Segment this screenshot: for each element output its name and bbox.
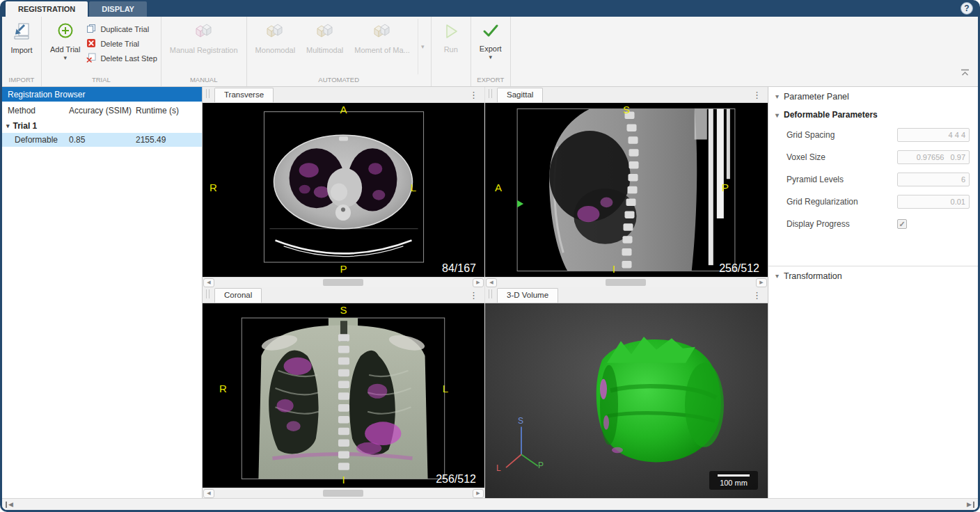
section-label-automated: AUTOMATED <box>251 74 427 86</box>
run-icon <box>443 22 459 43</box>
scroll-start-icon: ◀ <box>8 502 13 508</box>
voxel-size-input[interactable] <box>897 150 970 164</box>
axis-label-posterior: P <box>538 461 544 470</box>
help-button[interactable]: ? <box>961 2 973 15</box>
panel-drag-handle-icon[interactable] <box>206 289 210 298</box>
display-progress-checkbox[interactable]: ✓ <box>897 219 907 229</box>
manual-registration-button[interactable]: Manual Registration <box>165 19 243 56</box>
multimodal-button[interactable]: Multimodal <box>301 19 348 56</box>
monomodal-button[interactable]: Monomodal <box>251 19 300 56</box>
scroll-left-icon[interactable]: ◀ <box>203 489 214 498</box>
add-trial-dropdown-icon[interactable]: ▾ <box>63 56 67 61</box>
run-button[interactable]: Run <box>435 19 467 55</box>
orientation-label-posterior: P <box>340 263 347 275</box>
coronal-menu-icon[interactable]: ⋮ <box>469 291 478 300</box>
transverse-slice-scrollbar[interactable]: ◀ ▶ <box>203 277 484 287</box>
scrollbar-track[interactable] <box>215 278 472 287</box>
coronal-slice-scrollbar[interactable]: ◀ ▶ <box>203 488 484 498</box>
transverse-canvas[interactable]: A R L P 84/167 <box>203 103 484 277</box>
section-label-import: IMPORT <box>6 74 38 86</box>
column-runtime: Runtime (s) <box>136 106 202 115</box>
delete-trial-button[interactable]: Delete Trial <box>86 38 157 49</box>
axis-label-left: L <box>496 463 501 473</box>
scroll-left-icon[interactable]: ◀ <box>486 278 497 287</box>
run-label: Run <box>444 45 458 54</box>
orientation-label-anterior: A <box>340 104 347 115</box>
coronal-canvas[interactable]: S R L I 256/512 <box>203 303 484 488</box>
section-manual: Manual Registration MANUAL <box>161 17 247 86</box>
trial-expand-icon[interactable]: ▾ <box>6 122 10 129</box>
pyramid-levels-input[interactable] <box>897 173 970 186</box>
browser-column-headers: Method Accuracy (SSIM) Runtime (s) <box>2 102 202 119</box>
bottom-scrollbar[interactable]: ◀ ▶ <box>2 498 978 510</box>
export-icon <box>482 22 500 42</box>
sagittal-menu-icon[interactable]: ⋮ <box>752 90 761 99</box>
scrollbar-thumb[interactable] <box>606 279 646 286</box>
scrollbar-track[interactable] <box>215 488 472 498</box>
scrollbar-thumb[interactable] <box>323 279 363 286</box>
scroll-right-icon[interactable]: ▶ <box>473 278 484 287</box>
multimodal-label: Multimodal <box>306 46 343 54</box>
orientation-label-inferior: I <box>612 263 615 275</box>
sagittal-header: Sagittal ⋮ <box>485 87 768 103</box>
sagittal-slice-scrollbar[interactable]: ◀ ▶ <box>485 277 768 287</box>
scroll-right-icon[interactable]: ▶ <box>756 278 767 287</box>
param-row-pyramid-levels: Pyramid Levels <box>768 168 978 191</box>
add-trial-button[interactable]: Add Trial ▾ <box>45 19 85 62</box>
trial-group-row[interactable]: ▾ Trial 1 <box>2 119 202 133</box>
parameter-panel-header[interactable]: ▾ Parameter Panel <box>768 87 978 106</box>
tab-coronal[interactable]: Coronal <box>214 288 262 303</box>
check-icon: ✓ <box>899 220 905 229</box>
scrollbar-track[interactable] <box>498 278 755 287</box>
section-label-manual: MANUAL <box>165 74 243 86</box>
grid-regularization-input[interactable] <box>897 195 970 209</box>
duplicate-trial-button[interactable]: Duplicate Trial <box>86 24 157 35</box>
toolstrip: Import IMPORT Add Trial <box>2 17 978 87</box>
coronal-header: Coronal ⋮ <box>203 287 484 303</box>
tab-sagittal[interactable]: Sagittal <box>497 88 543 102</box>
section-automated: Monomodal <box>247 17 432 86</box>
volume-menu-icon[interactable]: ⋮ <box>752 291 761 300</box>
sagittal-canvas[interactable]: S A P I 256/512 <box>485 103 768 277</box>
orientation-label-right: R <box>210 182 217 193</box>
duplicate-trial-icon <box>86 24 96 35</box>
transformation-header[interactable]: ▾ Transformation <box>768 266 978 285</box>
scroll-to-end-button[interactable]: ▶ <box>967 502 974 508</box>
panel-drag-handle-icon[interactable] <box>489 89 492 98</box>
delete-last-step-button[interactable]: Delete Last Step <box>86 53 157 64</box>
transverse-menu-icon[interactable]: ⋮ <box>469 90 478 99</box>
moment-of-mass-button[interactable]: Moment of Ma... <box>349 19 414 56</box>
scrollbar-thumb[interactable] <box>323 490 363 497</box>
deformable-parameters-header[interactable]: ▾ Deformable Parameters <box>768 106 978 124</box>
app-frame: Import IMPORT Add Trial <box>2 17 978 510</box>
transformation-title: Transformation <box>784 271 842 281</box>
transverse-slice-counter: 84/167 <box>442 262 476 275</box>
delete-last-step-label: Delete Last Step <box>100 54 157 63</box>
panel-drag-handle-icon[interactable] <box>206 89 210 98</box>
export-dropdown-icon[interactable]: ▾ <box>489 55 493 60</box>
scroll-end-icon: ▶ <box>967 502 972 508</box>
manual-registration-icon <box>193 22 214 44</box>
scroll-right-icon[interactable]: ▶ <box>473 489 484 498</box>
grid-spacing-input[interactable] <box>897 128 970 142</box>
table-row[interactable]: Deformable 0.85 2155.49 <box>2 133 202 147</box>
row-method: Deformable <box>8 135 69 145</box>
collapse-section-icon[interactable]: ▾ <box>775 272 779 280</box>
tab-3d-volume[interactable]: 3-D Volume <box>497 288 558 303</box>
volume-canvas[interactable]: S L P 100 mm <box>485 303 768 498</box>
section-run: Run <box>432 17 471 86</box>
scroll-to-start-button[interactable]: ◀ <box>6 502 13 508</box>
export-button[interactable]: Export ▾ <box>475 19 507 61</box>
tab-transverse[interactable]: Transverse <box>214 88 274 102</box>
multimodal-icon <box>315 22 335 44</box>
collapse-section-icon[interactable]: ▾ <box>775 93 779 100</box>
panel-drag-handle-icon[interactable] <box>489 289 492 298</box>
import-button[interactable]: Import <box>6 19 38 56</box>
collapse-toolstrip-button[interactable] <box>961 67 970 79</box>
collapse-group-icon[interactable]: ▾ <box>775 111 779 119</box>
tab-registration[interactable]: REGISTRATION <box>6 1 88 17</box>
tab-display[interactable]: DISPLAY <box>89 1 147 17</box>
automated-gallery-dropdown-icon[interactable]: ▾ <box>418 19 427 74</box>
scroll-left-icon[interactable]: ◀ <box>203 278 214 287</box>
column-method: Method <box>8 106 69 115</box>
